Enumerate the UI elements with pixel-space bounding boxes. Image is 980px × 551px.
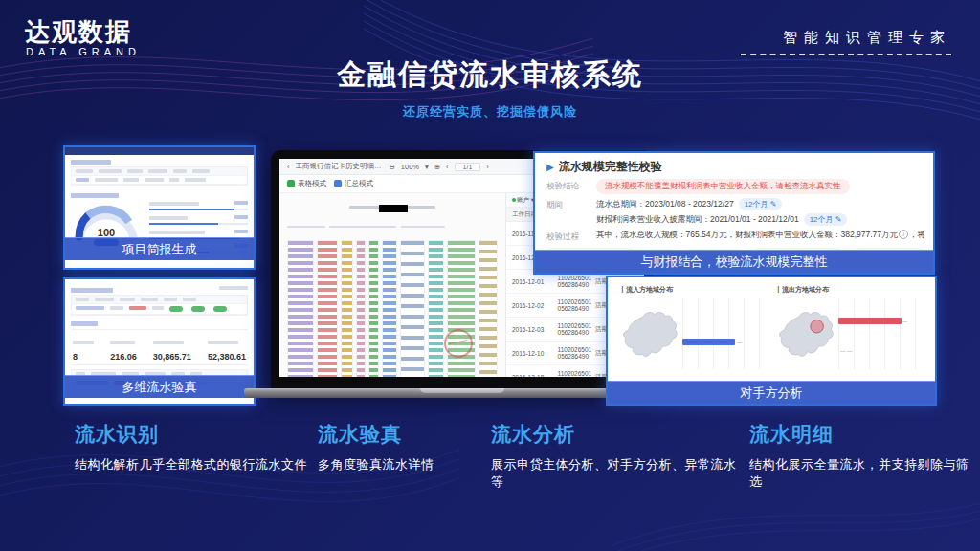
edit-icon: ✎ xyxy=(770,200,777,209)
stat-value: 30,865.71 xyxy=(153,352,191,362)
outflow-bar xyxy=(838,318,902,324)
inflow-geo-chart: 丨流入方地域分布 — xyxy=(615,285,771,381)
feature-title: 流水验真 xyxy=(318,421,490,448)
page-indicator: 1/1 xyxy=(455,163,481,171)
slide-background: 达观数据 DATA GRAND 智能知识管理专家 金融信贷流水审核系统 还原经营… xyxy=(0,0,980,551)
mini-project-table xyxy=(71,166,248,186)
brand-logo-cn: 达观数据 xyxy=(25,15,132,49)
table-mode-label: 表格模式 xyxy=(298,179,326,188)
summary-mode-button[interactable]: 汇总模式 xyxy=(334,179,373,188)
stat-value: 52,380.61 xyxy=(208,352,246,362)
card-caption: 项目简报生成 xyxy=(65,237,254,260)
stat-value: 8 xyxy=(73,352,94,362)
next-page-icon[interactable]: › xyxy=(486,163,489,171)
brand-tagline: 智能知识管理专家 xyxy=(783,29,951,47)
redaction-box xyxy=(379,205,408,212)
back-icon[interactable]: ‹ xyxy=(287,163,290,171)
period-line1: 流水总期间：2023/01/08 - 2023/12/27 xyxy=(596,199,734,209)
screenshot-verify-card: 8 216.06 30,865.71 52,380.61 多维流水验真 xyxy=(63,277,256,406)
integrity-title: 流水规模完整性校验 xyxy=(559,159,662,175)
verify-stats: 8 216.06 30,865.71 52,380.61 xyxy=(71,329,248,365)
table-mode-button[interactable]: 表格模式 xyxy=(287,179,326,188)
feature-verify: 流水验真 多角度验真流水详情 xyxy=(318,421,490,474)
zoom-caret-icon[interactable]: ▾ xyxy=(425,163,429,171)
feature-recognition: 流水识别 结构化解析几乎全部格式的银行流水文件 xyxy=(75,421,314,474)
conclusion-pill: 流水规模不能覆盖财报利润表中营业收入金额，请检查流水真实性 xyxy=(596,179,850,194)
statement-columns xyxy=(287,240,498,377)
outflow-geo-chart: 丨流出方地域分布 — — — xyxy=(771,285,927,381)
feature-title: 流水明细 xyxy=(749,421,969,448)
page-title: 金融信贷流水审核系统 xyxy=(0,55,980,95)
mini-navbar xyxy=(65,147,254,155)
screenshot-report-card: 100 项目简报生成 xyxy=(63,145,256,270)
edit-icon: ✎ xyxy=(835,215,842,224)
page-subtitle: 还原经营实质、挖掘偿债风险 xyxy=(0,103,980,121)
stat-value: 216.06 xyxy=(110,352,137,362)
feature-desc: 多角度验真流水详情 xyxy=(318,456,490,474)
conclusion-label: 校验结论 xyxy=(546,179,596,192)
info-icon[interactable]: i xyxy=(899,230,908,239)
zoom-level[interactable]: 100% xyxy=(401,163,419,171)
summary-mode-label: 汇总模式 xyxy=(345,179,373,188)
zoom-out-icon[interactable]: ⊖ xyxy=(390,163,395,171)
card-caption: 多维流水验真 xyxy=(65,375,254,398)
feature-desc: 结构化展示全量流水，并支持剔除与筛选 xyxy=(749,456,969,491)
feature-title: 流水分析 xyxy=(491,421,744,448)
inflow-bar xyxy=(682,339,735,345)
zoom-in-icon[interactable]: ⊕ xyxy=(434,163,440,171)
outflow-chart-title: 丨流出方地域分布 xyxy=(775,285,924,295)
mini-verify-table xyxy=(71,295,248,316)
period-tag[interactable]: 12个月 ✎ xyxy=(804,213,848,226)
card-caption: 与财报结合，校验流水规模完整性 xyxy=(535,250,933,273)
process-label: 校验过程 xyxy=(546,230,596,243)
table-mode-icon xyxy=(287,180,295,187)
inflow-chart-title: 丨流入方地域分布 xyxy=(619,285,768,295)
period-line2: 财报利润表营业收入披露期间：2021/01/01 - 2021/12/01 xyxy=(596,214,799,224)
summary-mode-icon xyxy=(334,180,342,187)
integrity-check-card: ▶ 流水规模完整性校验 校验结论 流水规模不能覆盖财报利润表中营业收入金额，请检… xyxy=(533,151,935,275)
filter-account[interactable]: 账户 ▾ xyxy=(512,196,534,205)
feature-analysis: 流水分析 展示申贷主体分析、对手方分析、异常流水等 xyxy=(491,421,744,491)
feature-detail: 流水明细 结构化展示全量流水，并支持剔除与筛选 xyxy=(749,421,969,491)
feature-title: 流水识别 xyxy=(75,421,314,448)
card-caption: 对手方分析 xyxy=(608,381,935,404)
hotspot-marker xyxy=(811,320,824,333)
laptop-notch xyxy=(420,388,504,393)
china-map xyxy=(775,307,835,361)
prev-page-icon[interactable]: ‹ xyxy=(446,163,449,171)
process-text: ，将财报营业收入披露期间修改成于流水期间一致后： xyxy=(909,230,924,239)
document-name: 工商银行借记卡历史明细清... xyxy=(296,162,384,171)
section-play-icon: ▶ xyxy=(546,162,554,172)
period-tag[interactable]: 12个月 ✎ xyxy=(739,198,783,210)
scanned-statement xyxy=(279,193,505,377)
process-text: 其中，流水总收入规模：765.54万元，财报利润表中营业收入金额：382,977… xyxy=(596,230,898,239)
counterparty-card: 丨流入方地域分布 — 丨流出方地域分布 xyxy=(606,276,937,406)
feature-desc: 展示申贷主体分析、对手方分析、异常流水等 xyxy=(491,456,744,491)
period-label: 期间 xyxy=(546,198,596,211)
feature-desc: 结构化解析几乎全部格式的银行流水文件 xyxy=(75,456,314,474)
china-map xyxy=(619,307,679,361)
